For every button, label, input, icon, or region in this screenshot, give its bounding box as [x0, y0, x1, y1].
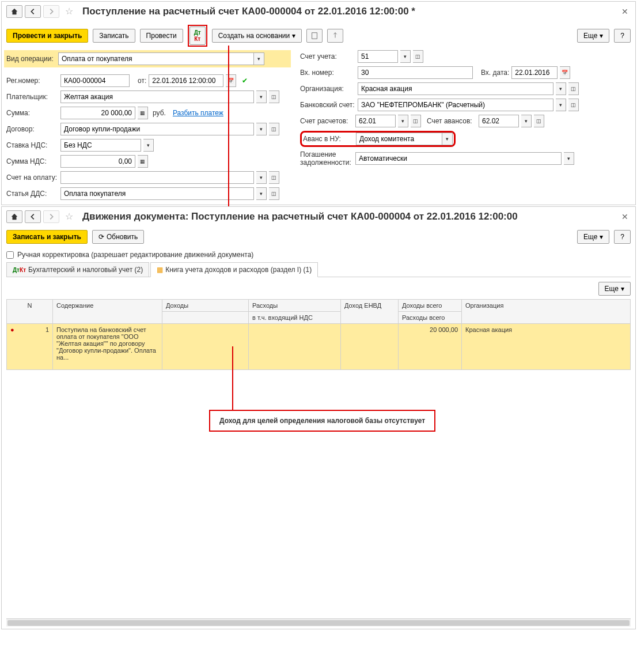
dds-label: Статья ДДС: [6, 190, 58, 198]
sum-input[interactable] [60, 107, 135, 119]
post-and-close-button[interactable]: Провести и закрыть [6, 29, 88, 43]
table-row[interactable]: ● 1 Поступила на банковский счет оплата … [7, 324, 631, 370]
open-button[interactable]: ◫ [269, 171, 279, 184]
calendar-button[interactable]: 📅 [226, 74, 236, 87]
open-button[interactable]: ◫ [568, 99, 579, 111]
dropdown-button[interactable]: ▾ [398, 115, 408, 127]
org-input[interactable] [358, 82, 553, 95]
vat-sum-input[interactable] [60, 155, 135, 168]
attach-button[interactable] [327, 29, 343, 43]
account-input[interactable] [358, 50, 398, 63]
dropdown-button[interactable]: ▾ [556, 99, 566, 111]
favorite-icon[interactable]: ☆ [65, 6, 77, 17]
in-num-input[interactable] [358, 66, 473, 79]
payer-input[interactable] [60, 90, 254, 103]
back-button[interactable] [25, 5, 41, 18]
in-date-input[interactable] [511, 66, 558, 79]
open-button[interactable]: ◫ [269, 90, 279, 103]
col-incl-vat: в т.ч. входящий НДС [249, 312, 341, 324]
dtkt-button[interactable]: ДтКт [189, 27, 206, 45]
callout-text: Доход для целей определения налоговой ба… [219, 417, 425, 425]
horizontal-scrollbar[interactable] [6, 618, 631, 626]
calculator-button[interactable]: ▦ [138, 107, 148, 119]
calculator-button[interactable]: ▦ [138, 155, 148, 168]
callout-line [232, 346, 233, 410]
reg-num-input[interactable] [60, 74, 130, 87]
tab-book[interactable]: ▦ Книга учета доходов и расходов (раздел… [150, 262, 318, 277]
dropdown-button[interactable]: ▾ [256, 90, 267, 103]
cell-org: Красная акация [462, 324, 631, 370]
back-button[interactable] [25, 210, 41, 223]
col-income-total: Доходы всего [399, 300, 462, 312]
advance-acc-label: Счет авансов: [427, 117, 476, 125]
open-button[interactable]: ◫ [411, 115, 421, 127]
dropdown-button[interactable]: ▾ [400, 50, 411, 63]
split-payment-link[interactable]: Разбить платеж [173, 109, 223, 117]
reg-num-label: Рег.номер: [6, 77, 58, 85]
print-button[interactable] [306, 29, 323, 43]
favorite-icon[interactable]: ☆ [65, 211, 77, 222]
contract-label: Договор: [6, 125, 58, 133]
more-button[interactable]: Еще ▾ [577, 230, 609, 244]
advance-nu-label: Аванс в НУ: [303, 135, 356, 143]
check-icon[interactable]: ✔ [242, 77, 248, 85]
help-button[interactable]: ? [614, 230, 631, 244]
scrollbar-thumb[interactable] [7, 620, 630, 626]
tab-accounting[interactable]: ДтКт Бухгалтерский и налоговый учет (2) [6, 262, 149, 277]
dropdown-button[interactable]: ▾ [143, 139, 154, 152]
account-label: Счет учета: [300, 52, 355, 61]
help-button[interactable]: ? [614, 29, 631, 43]
col-content: Содержание [53, 300, 162, 324]
col-expense: Расходы [249, 300, 341, 312]
forward-button[interactable] [43, 210, 59, 223]
open-button[interactable]: ◫ [534, 115, 544, 127]
col-expense-total: Расходы всего [399, 312, 462, 324]
advance-nu-input[interactable] [356, 133, 442, 145]
home-button[interactable] [6, 5, 22, 18]
dropdown-button[interactable]: ▾ [564, 152, 574, 165]
invoice-input[interactable] [60, 171, 254, 184]
refresh-button[interactable]: ⟳ Обновить [92, 230, 144, 244]
op-type-input[interactable] [58, 52, 254, 65]
open-button[interactable]: ◫ [269, 187, 279, 200]
window-title: Поступление на расчетный счет КА00-00000… [82, 6, 617, 17]
forward-button[interactable] [43, 5, 59, 18]
create-based-button[interactable]: Создать на основании ▾ [212, 29, 302, 43]
bank-input[interactable] [358, 99, 553, 111]
settle-acc-label: Счет расчетов: [300, 117, 353, 125]
refresh-label: Обновить [107, 233, 138, 241]
more-button[interactable]: Еще ▾ [577, 29, 609, 43]
dropdown-button[interactable]: ▾ [256, 171, 267, 184]
post-button[interactable]: Провести [140, 29, 183, 43]
from-date-input[interactable] [149, 74, 223, 87]
cell-income-total: 20 000,00 [399, 324, 462, 370]
dropdown-button[interactable]: ▾ [256, 187, 267, 200]
home-button[interactable] [6, 210, 22, 223]
calendar-button[interactable]: 📅 [560, 66, 570, 79]
dtkt-icon: ДтКт [13, 267, 26, 273]
table-more-button[interactable]: Еще ▾ [598, 282, 631, 296]
open-button[interactable]: ◫ [568, 82, 579, 95]
dropdown-button[interactable]: ▾ [256, 123, 267, 135]
close-button[interactable]: ✕ [619, 212, 631, 221]
close-button[interactable]: ✕ [619, 7, 631, 16]
dropdown-button[interactable]: ▾ [442, 133, 453, 145]
open-button[interactable]: ◫ [269, 123, 279, 135]
debt-input[interactable] [355, 152, 562, 165]
contract-input[interactable] [60, 123, 254, 135]
book-icon: ▦ [157, 266, 163, 274]
more-label: Еще [583, 32, 597, 40]
save-close-button[interactable]: Записать и закрыть [6, 230, 88, 244]
dds-input[interactable] [60, 187, 254, 200]
refresh-icon: ⟳ [98, 233, 104, 241]
open-button[interactable]: ◫ [413, 50, 423, 63]
manual-edit-checkbox[interactable] [6, 251, 14, 259]
dropdown-button[interactable]: ▾ [556, 82, 566, 95]
save-button[interactable]: Записать [93, 29, 135, 43]
advance-acc-input[interactable] [479, 115, 519, 127]
vat-rate-input[interactable] [60, 139, 141, 152]
dropdown-button[interactable]: ▾ [521, 115, 532, 127]
settle-acc-input[interactable] [355, 115, 396, 127]
dropdown-button[interactable]: ▾ [254, 52, 264, 65]
col-envd: Доход ЕНВД [341, 300, 399, 324]
